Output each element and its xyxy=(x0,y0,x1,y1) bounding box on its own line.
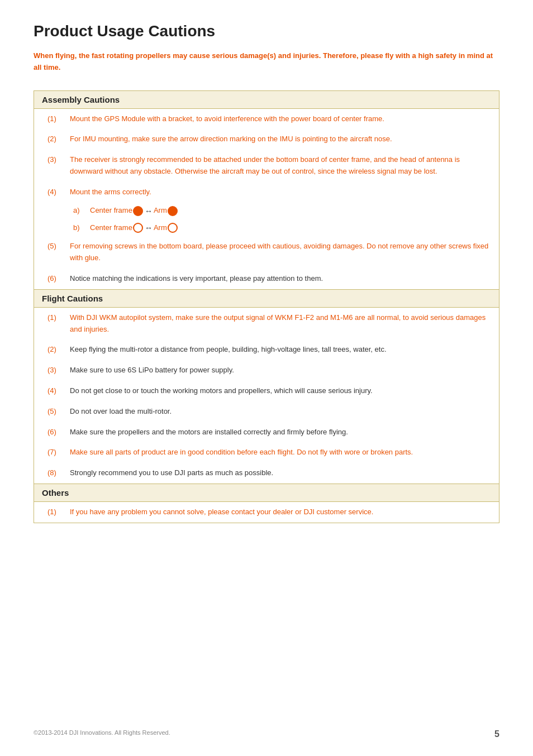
sections-container: Assembly Cautions(1)Mount the GPS Module… xyxy=(34,90,499,523)
section-flight: Flight Cautions(1)With DJI WKM autopilot… xyxy=(34,290,499,484)
center-frame-icon xyxy=(133,223,143,233)
caution-item: (4)Mount the arms correctly. xyxy=(40,182,493,203)
sub-item: b)Center frame↔Arm xyxy=(40,219,493,236)
item-num: (4) xyxy=(42,186,70,198)
item-num: (1) xyxy=(42,506,70,518)
intro-warning: When flying, the fast rotating propeller… xyxy=(34,50,499,74)
item-num: (1) xyxy=(42,113,70,125)
caution-item: (5)For removing screws in the bottom boa… xyxy=(40,236,493,269)
caution-item: (1)If you have any problem you cannot so… xyxy=(40,502,493,523)
item-num: (7) xyxy=(42,447,70,458)
sub-label: a) xyxy=(73,205,90,217)
item-text: Do not get close to or touch the working… xyxy=(70,385,491,397)
item-num: (2) xyxy=(42,344,70,356)
item-num: (2) xyxy=(42,133,70,145)
section-body-flight: (1)With DJI WKM autopilot system, make s… xyxy=(34,308,499,484)
item-text: If you have any problem you cannot solve… xyxy=(70,506,491,518)
item-text: With DJI WKM autopilot system, make sure… xyxy=(70,312,491,336)
caution-item: (2)For IMU mounting, make sure the arrow… xyxy=(40,129,493,150)
item-text: For IMU mounting, make sure the arrow di… xyxy=(70,133,491,145)
page-title: Product Usage Cautions xyxy=(34,22,499,40)
caution-item: (5)Do not over load the multi-rotor. xyxy=(40,401,493,422)
caution-item: (1)Mount the GPS Module with a bracket, … xyxy=(40,109,493,130)
arrow-icon: ↔ xyxy=(145,205,153,217)
caution-item: (8)Strongly recommend you to use DJI par… xyxy=(40,463,493,484)
caution-item: (6)Make sure the propellers and the moto… xyxy=(40,422,493,443)
item-num: (3) xyxy=(42,154,70,178)
caution-item: (3)Make sure to use 6S LiPo battery for … xyxy=(40,360,493,381)
caution-item: (6)Notice matching the indications is ve… xyxy=(40,269,493,289)
item-text: Strongly recommend you to use DJI parts … xyxy=(70,467,491,479)
sub-content: Center frame↔Arm xyxy=(90,222,178,234)
item-text: Mount the GPS Module with a bracket, to … xyxy=(70,113,491,125)
caution-item: (4)Do not get close to or touch the work… xyxy=(40,381,493,401)
section-others: Others(1)If you have any problem you can… xyxy=(34,484,499,523)
section-body-others: (1)If you have any problem you cannot so… xyxy=(34,502,499,523)
arm-icon xyxy=(168,206,178,216)
caution-item: (2)Keep flying the multi-rotor a distanc… xyxy=(40,339,493,360)
caution-item: (3)The receiver is strongly recommended … xyxy=(40,150,493,182)
item-num: (5) xyxy=(42,406,70,418)
item-text: Make sure all parts of product are in go… xyxy=(70,447,491,458)
arm-label: Arm xyxy=(154,222,167,234)
caution-item: (1)With DJI WKM autopilot system, make s… xyxy=(40,308,493,340)
item-text: Make sure to use 6S LiPo battery for pow… xyxy=(70,365,491,376)
arm-label: Arm xyxy=(154,205,167,217)
page-number: 5 xyxy=(494,729,499,739)
section-header-flight: Flight Cautions xyxy=(34,290,499,308)
center-frame-icon xyxy=(133,206,143,216)
item-text: The receiver is strongly recommended to … xyxy=(70,154,491,178)
sub-label: b) xyxy=(73,222,90,234)
item-text: Keep flying the multi-rotor a distance f… xyxy=(70,344,491,356)
frame-label: Center frame xyxy=(90,205,132,217)
sub-item: a)Center frame↔Arm xyxy=(40,203,493,219)
item-num: (8) xyxy=(42,467,70,479)
item-num: (3) xyxy=(42,365,70,376)
footer: ©2013-2014 DJI Innovations. All Rights R… xyxy=(0,729,533,739)
item-num: (6) xyxy=(42,273,70,285)
section-header-others: Others xyxy=(34,484,499,502)
item-text: Make sure the propellers and the motors … xyxy=(70,427,491,438)
item-num: (4) xyxy=(42,385,70,397)
section-assembly: Assembly Cautions(1)Mount the GPS Module… xyxy=(34,90,499,290)
caution-item: (7)Make sure all parts of product are in… xyxy=(40,442,493,463)
item-num: (6) xyxy=(42,427,70,438)
arrow-icon: ↔ xyxy=(145,222,153,234)
footer-copyright: ©2013-2014 DJI Innovations. All Rights R… xyxy=(34,729,170,739)
arm-icon xyxy=(168,223,178,233)
sub-content: Center frame↔Arm xyxy=(90,205,178,217)
item-text: Do not over load the multi-rotor. xyxy=(70,406,491,418)
item-text: Notice matching the indications is very … xyxy=(70,273,491,285)
section-header-assembly: Assembly Cautions xyxy=(34,91,499,109)
section-body-assembly: (1)Mount the GPS Module with a bracket, … xyxy=(34,109,499,289)
item-num: (5) xyxy=(42,241,70,264)
item-num: (1) xyxy=(42,312,70,336)
frame-label: Center frame xyxy=(90,222,132,234)
item-text: Mount the arms correctly. xyxy=(70,186,491,198)
item-text: For removing screws in the bottom board,… xyxy=(70,241,491,264)
